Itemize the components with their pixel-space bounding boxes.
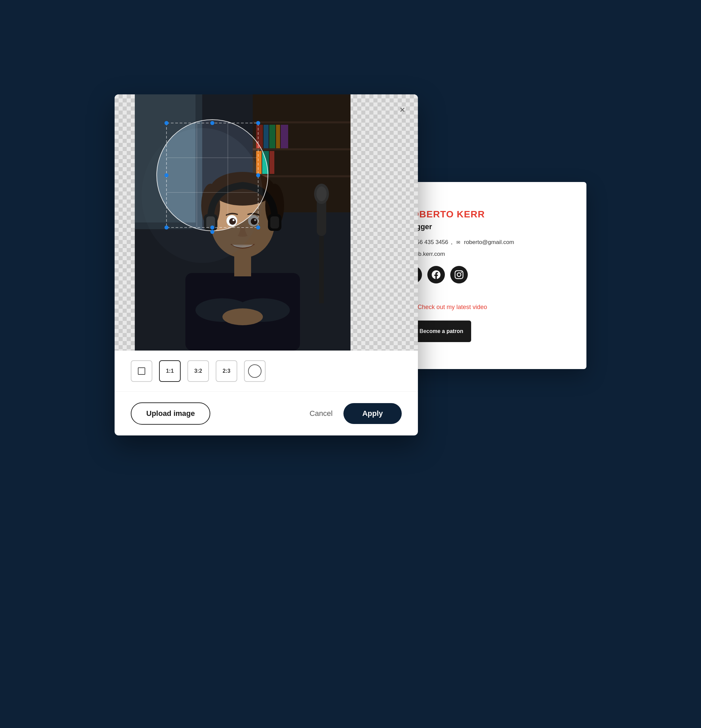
svg-rect-31	[270, 151, 274, 174]
svg-rect-25	[263, 125, 269, 148]
sig-info: ROBERTO KERR Vlogger 📞 456 435 3456, ✉ r…	[405, 209, 566, 292]
svg-rect-56	[319, 236, 324, 303]
close-button[interactable]: ×	[395, 103, 410, 117]
svg-rect-23	[253, 175, 351, 177]
svg-rect-22	[253, 148, 351, 150]
svg-point-57	[142, 128, 263, 263]
ratio-2-3-label: 2:3	[223, 368, 230, 374]
svg-rect-28	[281, 125, 288, 148]
svg-rect-52	[270, 217, 279, 228]
sig-name: ROBERTO KERR	[405, 209, 566, 220]
editor-modal: ×	[114, 94, 418, 435]
free-crop-button[interactable]	[131, 360, 152, 382]
email-icon: ✉	[455, 239, 461, 246]
sig-contact: 📞 456 435 3456, ✉ roberto@gmail.com 🌐 ro…	[405, 237, 566, 259]
svg-rect-30	[262, 151, 269, 174]
sig-title: Vlogger	[405, 222, 566, 231]
apply-button[interactable]: Apply	[343, 403, 402, 424]
editor-toolbar: 1:1 3:2 2:3	[114, 351, 418, 391]
facebook-button[interactable]	[427, 266, 445, 283]
svg-rect-24	[256, 125, 263, 148]
svg-point-55	[317, 186, 327, 201]
footer-right-actions: Cancel Apply	[309, 403, 402, 424]
main-container: ROBERTO KERR Vlogger 📞 456 435 3456, ✉ r…	[114, 94, 587, 634]
editor-image-area[interactable]	[114, 94, 418, 351]
ratio-1-1-label: 1:1	[166, 368, 173, 374]
subscribe-link[interactable]: Check out my latest video	[418, 304, 487, 311]
ratio-2-3-button[interactable]: 2:3	[216, 360, 237, 382]
svg-rect-26	[269, 125, 275, 148]
upload-image-button[interactable]: Upload image	[131, 402, 210, 425]
instagram-button[interactable]	[450, 266, 468, 283]
ratio-3-2-button[interactable]: 3:2	[187, 360, 209, 382]
svg-rect-27	[276, 125, 280, 148]
circle-crop-button[interactable]	[244, 360, 266, 382]
sig-website: rob.kerr.com	[413, 249, 445, 260]
svg-rect-21	[253, 121, 351, 123]
sig-website-line: 🌐 rob.kerr.com	[405, 249, 566, 260]
patreon-label: Become a patron	[419, 328, 463, 334]
svg-rect-76	[138, 368, 145, 374]
sig-phone-line: 📞 456 435 3456, ✉ roberto@gmail.com	[405, 237, 566, 248]
ratio-1-1-button[interactable]: 1:1	[159, 360, 181, 382]
sig-email: roberto@gmail.com	[464, 237, 514, 248]
editor-footer: Upload image Cancel Apply	[114, 391, 418, 435]
cancel-button[interactable]: Cancel	[309, 409, 332, 418]
circle-icon	[248, 364, 262, 378]
sig-phone: 456 435 3456	[413, 237, 448, 248]
photo-svg	[135, 94, 351, 351]
svg-point-37	[223, 308, 263, 325]
sig-social	[405, 266, 566, 283]
photo-wrapper	[135, 94, 351, 351]
ratio-3-2-label: 3:2	[194, 368, 202, 374]
